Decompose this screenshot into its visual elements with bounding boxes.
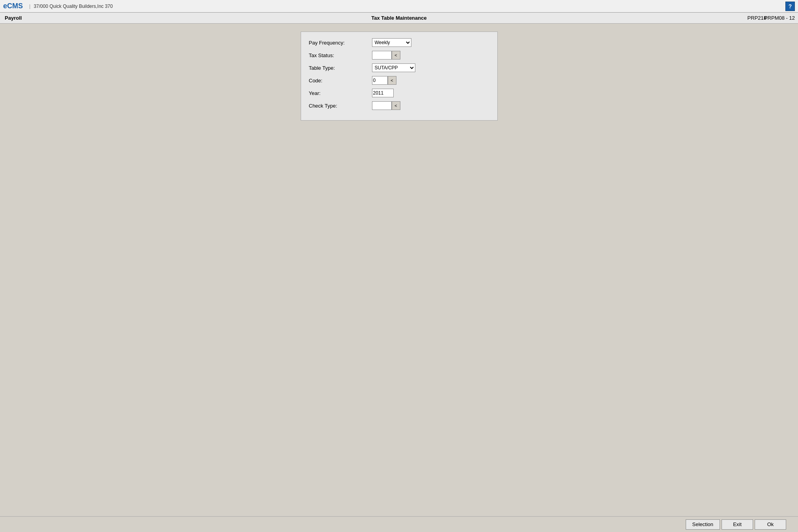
check-type-label: Check Type:: [309, 103, 372, 109]
pay-frequency-select[interactable]: Weekly Bi-Weekly Semi-Monthly Monthly: [372, 38, 411, 47]
code-label: Code:: [309, 78, 372, 84]
year-control: [372, 89, 394, 97]
tax-status-row: Tax Status: <: [309, 51, 489, 60]
tax-status-label: Tax Status:: [309, 52, 372, 58]
module-name: Payroll: [5, 15, 22, 21]
table-type-select[interactable]: SUTA/CPP Federal State Local: [372, 63, 415, 72]
check-type-input[interactable]: [372, 101, 392, 110]
page-code: PRP218: [748, 15, 766, 21]
tax-status-control: <: [372, 51, 400, 60]
code-browse-button[interactable]: <: [388, 76, 396, 85]
tax-status-browse-button[interactable]: <: [392, 51, 400, 60]
page-title: Tax Table Maintenance: [371, 15, 426, 21]
app-logo: eCMS: [3, 2, 23, 10]
code-input[interactable]: [372, 76, 388, 85]
footer-bar: Selection Exit Ok: [0, 516, 798, 532]
pay-frequency-control: Weekly Bi-Weekly Semi-Monthly Monthly: [372, 38, 411, 47]
check-type-control: <: [372, 101, 400, 110]
code-control: <: [372, 76, 396, 85]
year-label: Year:: [309, 90, 372, 96]
exit-button[interactable]: Exit: [722, 519, 753, 530]
help-button[interactable]: ?: [785, 2, 795, 11]
company-info: 37/000 Quick Quality Builders,Inc 370: [33, 4, 113, 9]
check-type-browse-button[interactable]: <: [392, 101, 400, 110]
header-bar: eCMS | 37/000 Quick Quality Builders,Inc…: [0, 0, 798, 13]
year-row: Year:: [309, 89, 489, 97]
page-id: PRPM08 - 12: [764, 15, 795, 21]
table-type-control: SUTA/CPP Federal State Local: [372, 63, 415, 72]
form-panel: Pay Frequency: Weekly Bi-Weekly Semi-Mon…: [301, 32, 498, 121]
pay-frequency-row: Pay Frequency: Weekly Bi-Weekly Semi-Mon…: [309, 38, 489, 47]
year-input[interactable]: [372, 89, 394, 97]
table-type-label: Table Type:: [309, 65, 372, 71]
pay-frequency-label: Pay Frequency:: [309, 40, 372, 46]
header-separator: |: [29, 3, 30, 9]
table-type-row: Table Type: SUTA/CPP Federal State Local: [309, 63, 489, 72]
check-type-row: Check Type: <: [309, 101, 489, 110]
ok-button[interactable]: Ok: [755, 519, 786, 530]
tax-status-input[interactable]: [372, 51, 392, 60]
selection-button[interactable]: Selection: [686, 519, 720, 530]
code-row: Code: <: [309, 76, 489, 85]
module-bar: Payroll Tax Table Maintenance PRP218 PRP…: [0, 13, 798, 24]
main-content: Pay Frequency: Weekly Bi-Weekly Semi-Mon…: [0, 24, 798, 516]
